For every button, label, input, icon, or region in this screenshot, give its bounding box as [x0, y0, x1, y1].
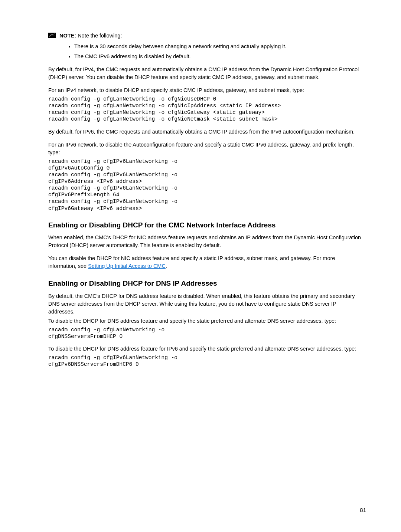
code-dns-ipv6: racadm config -g cfgIPv6LanNetworking -o…	[48, 354, 362, 368]
paragraph-ipv6-default: By default, for IPv6, the CMC requests a…	[48, 128, 362, 136]
paragraph-dhcp-dns-3: To disable the DHCP for DNS address feat…	[48, 345, 362, 353]
page-number: 81	[360, 506, 366, 514]
code-dns-ipv4: racadm config -g cfgLanNetworking -o cfg…	[48, 326, 362, 340]
paragraph-dhcp-dns-1: By default, the CMC's DHCP for DNS addre…	[48, 292, 362, 316]
note-following: Note the following:	[76, 33, 122, 39]
heading-dhcp-dns: Enabling or Disabling DHCP for DNS IP Ad…	[48, 278, 362, 289]
note-text: NOTE: Note the following:	[59, 32, 122, 40]
dhcp-nic-text-after-link: .	[166, 263, 167, 269]
page-container: NOTE: Note the following: There is a 30 …	[0, 0, 401, 532]
code-ipv4-config: racadm config -g cfgLanNetworking -o cfg…	[48, 96, 362, 123]
paragraph-dhcp-nic-2: You can disable the DHCP for NIC address…	[48, 254, 362, 270]
paragraph-dhcp-dns-2: To disable the DHCP for DNS address feat…	[48, 317, 362, 325]
note-bullet-1: There is a 30 seconds delay between chan…	[74, 43, 362, 50]
paragraph-ipv4-default: By default, for IPv4, the CMC requests a…	[48, 66, 362, 81]
note-icon	[48, 33, 56, 38]
paragraph-dhcp-nic-1: When enabled, the CMC's DHCP for NIC add…	[48, 234, 362, 249]
note-bullets: There is a 30 seconds delay between chan…	[74, 43, 362, 60]
note-block: NOTE: Note the following:	[48, 32, 362, 40]
paragraph-ipv6-disable: For an IPv6 network, to disable the Auto…	[48, 141, 362, 157]
paragraph-ipv4-disable: For an IPv4 network, to disable DHCP and…	[48, 86, 362, 94]
heading-dhcp-nic: Enabling or Disabling DHCP for the CMC N…	[48, 220, 362, 230]
note-bullet-2: The CMC IPv6 addressing is disabled by d…	[74, 53, 362, 60]
note-label: NOTE:	[59, 33, 76, 39]
link-initial-access[interactable]: Setting Up Initial Access to CMC	[88, 263, 166, 269]
code-ipv6-config: racadm config -g cfgIPv6LanNetworking -o…	[48, 158, 362, 212]
